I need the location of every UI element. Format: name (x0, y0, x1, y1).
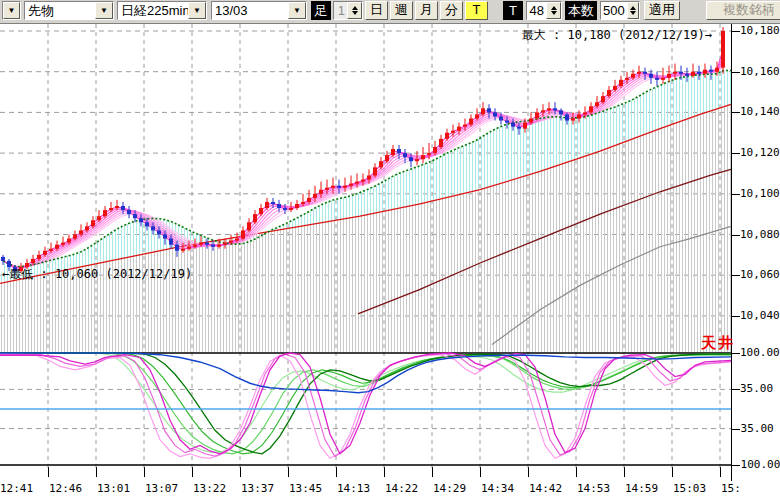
combo-stub[interactable]: ▼ (2, 1, 21, 20)
price-label: 10,040 (740, 309, 780, 322)
price-label: 10,160 (740, 65, 780, 78)
time-label: 14:42 (529, 482, 562, 495)
period-button-week[interactable]: 週 (390, 1, 413, 20)
ceiling-signal-label: 天井 (701, 334, 735, 353)
price-tick (732, 153, 740, 154)
price-tick (732, 275, 740, 276)
spinner-icon[interactable] (546, 2, 561, 19)
oscillator-panel[interactable] (0, 352, 732, 468)
price-tick (732, 235, 740, 236)
time-axis: 12:4112:4613:0113:0713:2213:3713:4514:13… (0, 482, 740, 498)
time-label: 14:22 (385, 482, 418, 495)
time-label: 12:41 (0, 482, 33, 495)
bar-count-value: 500 (601, 2, 627, 19)
min-price-text: ←最低 : 10,060 (2012/12/19) (2, 267, 192, 281)
time-label: 13:01 (97, 482, 130, 495)
market-select-value: 先物 (25, 2, 95, 19)
tick-size-value: 48 (527, 2, 546, 19)
time-tick (288, 467, 289, 477)
oscillator-tick (732, 389, 740, 390)
time-label: 12:46 (49, 482, 82, 495)
min-price-annotation: ←最低 : 10,060 (2012/12/19) (2, 266, 192, 283)
max-arrow-icon: → (705, 28, 712, 42)
chevron-down-icon[interactable]: ▼ (95, 2, 113, 19)
time-tick (96, 467, 97, 477)
symbol-select[interactable]: 日経225mini ▼ (117, 1, 207, 20)
time-label: 13:37 (241, 482, 274, 495)
period-button-minute[interactable]: 分 (440, 1, 463, 20)
period-button-tick[interactable]: T (465, 1, 488, 20)
apply-button[interactable]: 適用 (644, 1, 680, 20)
time-tick (144, 467, 145, 477)
time-label: 15:03 (673, 482, 706, 495)
price-tick (732, 316, 740, 317)
time-tick (720, 467, 721, 477)
price-label: 10,140 (740, 105, 780, 118)
time-tick (528, 467, 529, 477)
chevron-down-icon[interactable]: ▼ (188, 2, 206, 19)
time-label: 15: (721, 482, 740, 495)
oscillator-label: -100.00 (734, 458, 780, 471)
price-label: 10,100 (740, 187, 780, 200)
oscillator-label: 100.00 (740, 346, 780, 359)
time-label: 14:34 (481, 482, 514, 495)
time-label: 13:22 (193, 482, 226, 495)
tick-size-stepper[interactable]: 48 (526, 1, 562, 20)
trading-chart-window: { "toolbar": { "stub_arrow": "▼", "marke… (0, 0, 780, 500)
bar-label: 足 (311, 1, 331, 20)
tick-size-label: T (503, 1, 523, 20)
spinner-icon[interactable] (347, 2, 362, 19)
price-tick (732, 194, 740, 195)
time-label: 13:07 (145, 482, 178, 495)
time-label: 14:53 (577, 482, 610, 495)
time-tick (480, 467, 481, 477)
time-tick (240, 467, 241, 477)
time-tick (672, 467, 673, 477)
price-label: 10,060 (740, 268, 780, 281)
oscillator-tick (732, 353, 740, 354)
time-tick (624, 467, 625, 477)
multi-symbol-button[interactable]: 複数銘柄 (706, 1, 780, 20)
symbol-select-value: 日経225mini (118, 2, 188, 19)
time-tick (576, 467, 577, 477)
toolbar: ▼ 先物 ▼ 日経225mini ▼ 13/03 ▼ 足 1 日 週 月 分 T… (0, 0, 780, 24)
bar-count-label: 本数 (565, 1, 597, 20)
price-tick (732, 112, 740, 113)
right-axis-line (731, 24, 732, 481)
spinner-icon[interactable] (627, 2, 639, 19)
price-panel[interactable] (0, 24, 732, 352)
contract-select[interactable]: 13/03 ▼ (211, 1, 307, 20)
time-tick (48, 467, 49, 477)
max-price-annotation: 最大 : 10,180 (2012/12/19)→ (522, 27, 712, 44)
price-tick (732, 72, 740, 73)
max-price-text: 最大 : 10,180 (2012/12/19) (522, 28, 705, 42)
price-label: 10,080 (740, 228, 780, 241)
oscillator-label: 35.00 (740, 382, 773, 395)
price-tick (732, 31, 740, 32)
bar-count-stepper[interactable]: 500 (600, 1, 640, 20)
oscillator-label: -35.00 (734, 422, 774, 435)
time-tick (192, 467, 193, 477)
price-label: 10,120 (740, 146, 780, 159)
contract-select-value: 13/03 (212, 2, 288, 19)
period-button-month[interactable]: 月 (415, 1, 438, 20)
period-button-day[interactable]: 日 (365, 1, 388, 20)
time-tick (432, 467, 433, 477)
chevron-down-icon[interactable]: ▼ (3, 2, 20, 19)
time-label: 14:59 (625, 482, 658, 495)
price-label: 10,180 (740, 24, 780, 37)
market-select[interactable]: 先物 ▼ (24, 1, 114, 20)
time-tick (336, 467, 337, 477)
time-tick (384, 467, 385, 477)
time-label: 14:13 (337, 482, 370, 495)
bar-interval-stepper[interactable]: 1 (333, 1, 363, 20)
bar-interval-value: 1 (334, 2, 347, 19)
time-label: 14:29 (433, 482, 466, 495)
time-label: 13:45 (289, 482, 322, 495)
chevron-down-icon[interactable]: ▼ (288, 2, 306, 19)
chart-area: 10,18010,16010,14010,12010,10010,08010,0… (0, 24, 780, 500)
